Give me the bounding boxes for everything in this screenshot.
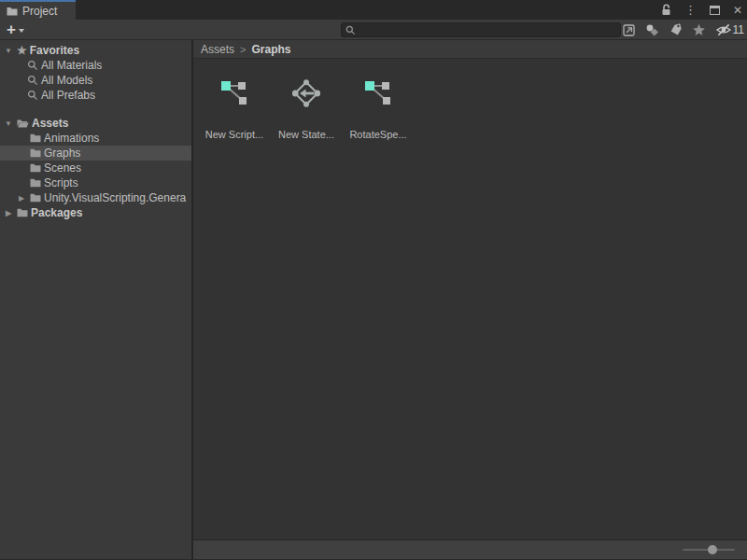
foldout-collapsed-icon[interactable]: ▶ (16, 194, 27, 203)
filter-by-label-icon[interactable] (669, 21, 684, 38)
status-bar (193, 539, 747, 559)
star-icon: ★ (17, 45, 27, 56)
sidebar-item-label: Graphs (44, 147, 80, 160)
window-tab-bar: Project ⋮ ✕ (0, 0, 747, 20)
sidebar-section-gap (0, 103, 191, 116)
tab-project[interactable]: Project (0, 0, 76, 20)
save-search-star-icon[interactable] (692, 21, 707, 38)
breadcrumb: Assets > Graphs (193, 40, 747, 59)
sidebar-item-favorites[interactable]: ▼ ★ Favorites (0, 43, 191, 58)
asset-grid: New Script... New State... (193, 59, 747, 539)
asset-item-rotatespeed[interactable]: RotateSpe... (345, 79, 411, 140)
sidebar-item-label: Assets (32, 117, 68, 130)
asset-label: New State... (278, 129, 334, 140)
sidebar-item-label: All Materials (41, 59, 102, 72)
search-icon (27, 90, 38, 101)
maximize-icon[interactable] (710, 3, 720, 18)
folder-icon (17, 208, 28, 217)
folder-icon (30, 193, 41, 203)
folder-icon (7, 7, 18, 16)
sidebar-item-all-prefabs[interactable]: All Prefabs (0, 88, 191, 103)
breadcrumb-assets[interactable]: Assets (201, 43, 234, 56)
search-field (341, 22, 621, 37)
script-graph-icon (363, 79, 393, 107)
hidden-items-count: 11 (733, 23, 744, 36)
asset-label: RotateSpe... (349, 129, 406, 140)
foldout-collapsed-icon[interactable]: ▶ (3, 209, 14, 217)
folder-icon (30, 148, 41, 158)
sidebar-item-animations[interactable]: Animations (0, 131, 191, 146)
close-icon[interactable]: ✕ (733, 3, 742, 18)
sidebar-item-packages[interactable]: ▶ Packages (0, 205, 191, 220)
window-controls: ⋮ ✕ (661, 0, 742, 20)
search-icon (27, 75, 38, 86)
asset-label: New Script... (205, 129, 263, 140)
sidebar-item-unity-visualscripting[interactable]: ▶ Unity.VisualScripting.Genera (0, 190, 191, 205)
sidebar-item-label: Scenes (44, 161, 81, 175)
chevron-down-icon (19, 29, 24, 33)
filter-by-type-icon[interactable] (645, 21, 660, 38)
plus-icon: + (7, 23, 16, 36)
folder-open-icon (17, 119, 29, 129)
folder-icon (30, 178, 41, 188)
sidebar-item-scenes[interactable]: Scenes (0, 161, 191, 175)
sidebar-item-scripts[interactable]: Scripts (0, 175, 191, 190)
breadcrumb-separator-icon: > (240, 44, 246, 55)
asset-item-new-script[interactable]: New Script... (202, 79, 267, 140)
create-asset-button[interactable]: + (7, 23, 24, 36)
foldout-expanded-icon[interactable]: ▼ (3, 47, 14, 55)
sidebar-item-all-materials[interactable]: All Materials (0, 58, 191, 73)
eye-slash-icon (715, 23, 732, 36)
folder-icon (30, 133, 41, 143)
hidden-items-toggle[interactable]: 11 (715, 21, 744, 38)
sidebar-item-label: Packages (31, 206, 82, 219)
sidebar-item-all-models[interactable]: All Models (0, 73, 191, 88)
search-icon (345, 25, 356, 35)
zoom-slider-thumb[interactable] (708, 545, 717, 554)
sidebar-item-label: All Prefabs (41, 89, 95, 102)
unlock-icon[interactable] (661, 3, 671, 18)
search-input[interactable] (356, 23, 620, 36)
sidebar-item-label: All Models (41, 74, 92, 87)
sidebar-item-label: Favorites (30, 44, 79, 57)
state-graph-icon (292, 79, 320, 107)
sidebar-item-label: Unity.VisualScripting.Genera (44, 191, 186, 204)
foldout-expanded-icon[interactable]: ▼ (3, 119, 14, 128)
sidebar-item-graphs[interactable]: Graphs (0, 146, 191, 161)
breadcrumb-graphs: Graphs (251, 43, 290, 56)
open-search-window-icon[interactable] (622, 21, 637, 38)
thumbnail-zoom-slider[interactable] (683, 549, 735, 551)
project-folder-tree: ▼ ★ Favorites All Materials All Models A… (0, 40, 193, 559)
search-icon (27, 60, 38, 71)
kebab-menu-icon[interactable]: ⋮ (684, 3, 697, 18)
toolbar-icon-group: 11 (622, 20, 744, 40)
folder-icon (30, 163, 41, 173)
sidebar-item-label: Animations (44, 132, 99, 145)
asset-browser-pane: Assets > Graphs New Script... (193, 40, 747, 559)
asset-item-new-state[interactable]: New State... (274, 79, 339, 140)
script-graph-icon (219, 79, 249, 107)
sidebar-item-label: Scripts (44, 176, 78, 189)
project-toolbar: + (0, 20, 747, 40)
tab-label: Project (22, 5, 57, 18)
sidebar-item-assets[interactable]: ▼ Assets (0, 116, 191, 131)
project-window-body: ▼ ★ Favorites All Materials All Models A… (0, 40, 747, 559)
